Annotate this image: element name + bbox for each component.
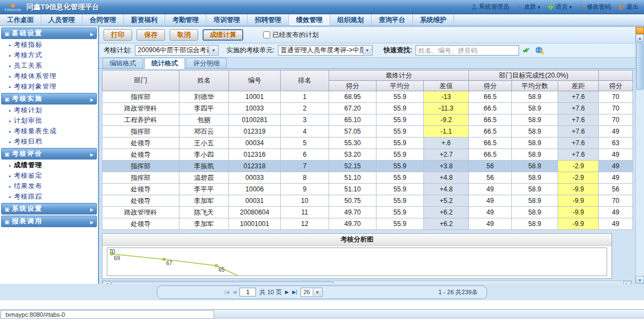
table-row[interactable]: 路政管理科陈飞天200806041149.7055.9+6.24958.9-9.… bbox=[102, 207, 633, 218]
table-row[interactable]: 处领导王小五00034555.3055.9+.666.558.9+7.663 bbox=[102, 138, 633, 149]
cell-avg2: 58.9 bbox=[512, 149, 558, 161]
current-user[interactable]: 系统管理员 bbox=[471, 3, 509, 11]
skin-menu[interactable]: 皮肤 bbox=[517, 3, 541, 11]
confirm-check-icon[interactable]: ✔✔ bbox=[522, 46, 528, 54]
cell-score2: 49 bbox=[469, 195, 512, 207]
cell-rank: 7 bbox=[281, 161, 329, 172]
search-globe-icon[interactable] bbox=[535, 46, 544, 54]
sidebar-item[interactable]: 考核鉴定 bbox=[0, 170, 98, 181]
sidebar-item[interactable]: 考核计划 bbox=[0, 105, 98, 116]
tab-statistics-format[interactable]: 统计格式 bbox=[144, 58, 185, 69]
language-menu[interactable]: 语言 bbox=[548, 3, 572, 11]
page-size-select[interactable]: 26 bbox=[301, 288, 323, 297]
column-header-avg1: 平均分 bbox=[376, 81, 424, 91]
sidebar-section-label: 考核实施 bbox=[12, 94, 42, 103]
vertical-scroll-track[interactable] bbox=[636, 90, 644, 276]
panel-toggle-button[interactable] bbox=[636, 27, 644, 34]
tab-edit-format[interactable]: 编辑格式 bbox=[102, 58, 143, 68]
prev-page-button[interactable] bbox=[233, 289, 237, 295]
bullet-icon bbox=[9, 193, 11, 201]
filter-bar: 考核计划: 200906中层干部综合考评 实施的考核单元: 普通管理人员年度考评… bbox=[99, 43, 644, 58]
nav-tab-0[interactable]: 工作桌面 bbox=[0, 14, 41, 25]
section-box-icon bbox=[4, 150, 9, 158]
table-row[interactable]: 工程养护科包丽0100281365.1055.9-9.266.558.9+7.6… bbox=[102, 114, 633, 126]
cell-name: 李四平 bbox=[179, 103, 229, 114]
language-globe-icon bbox=[548, 4, 554, 10]
nav-tab-4[interactable]: 考勤管理 bbox=[165, 14, 206, 25]
nav-tab-9[interactable]: 查询平台 bbox=[372, 14, 413, 25]
nav-tab-1[interactable]: 人员管理 bbox=[41, 14, 83, 25]
table-row[interactable]: 指挥部温碧霞00033851.1055.9+4.85658.9-2.949 bbox=[102, 172, 633, 184]
next-page-button[interactable] bbox=[285, 289, 289, 295]
cell-code: 10001 bbox=[229, 91, 281, 103]
page-number-input[interactable] bbox=[239, 288, 256, 296]
nav-tab-8[interactable]: 组织规划 bbox=[330, 14, 372, 25]
logout-link[interactable]: 退出 bbox=[619, 3, 638, 11]
sidebar-item[interactable]: 考核量表生成 bbox=[0, 126, 98, 136]
nav-tab-10[interactable]: 系统维护 bbox=[413, 14, 454, 25]
unit-select[interactable]: 普通管理人员年度考评->中层管理人 bbox=[278, 45, 373, 56]
calculate-score-button[interactable]: 成绩计算 bbox=[203, 29, 243, 41]
cell-avg2: 58.9 bbox=[512, 114, 558, 126]
table-row[interactable]: 指挥部刘德华10001168.9555.9-1366.558.9+7.670 bbox=[102, 91, 633, 103]
cancel-button[interactable]: 取消 bbox=[170, 29, 198, 41]
cell-diff1: +4.8 bbox=[424, 184, 469, 195]
nav-tab-3[interactable]: 薪资福利 bbox=[124, 14, 165, 25]
cell-score3: 70 bbox=[599, 195, 633, 207]
vertical-scrollbar[interactable] bbox=[635, 27, 644, 284]
sidebar-item[interactable]: 考核指标 bbox=[0, 40, 98, 50]
sidebar-section-header[interactable]: 报表调用 bbox=[1, 216, 97, 227]
cell-diff1: -13 bbox=[424, 91, 469, 103]
table-row[interactable]: 指挥部邓百云012319457.0555.9-1.166.558.9+7.649 bbox=[102, 126, 633, 138]
nav-tab-2[interactable]: 合同管理 bbox=[83, 14, 124, 25]
sidebar-item[interactable]: 考核体系管理 bbox=[0, 71, 98, 81]
cell-avg2: 58.9 bbox=[512, 207, 558, 218]
nav-tab-6[interactable]: 招聘管理 bbox=[248, 14, 289, 25]
sidebar-section-header[interactable]: 考核评价 bbox=[1, 148, 97, 160]
quick-search-input[interactable] bbox=[416, 45, 519, 56]
section-box-icon bbox=[4, 218, 9, 226]
nav-tab-5[interactable]: 培训管理 bbox=[206, 14, 248, 25]
sidebar-section-header[interactable]: 系统设置 bbox=[1, 203, 97, 215]
tab-score-detail[interactable]: 评分明细 bbox=[186, 58, 227, 68]
save-button[interactable]: 保存 bbox=[137, 29, 165, 41]
sidebar-item[interactable]: 考核跟踪 bbox=[0, 191, 98, 202]
scroll-down-button[interactable] bbox=[636, 276, 644, 284]
table-row[interactable]: 处领导李加军100010011249.7055.9+6.24958.9-9.94… bbox=[102, 218, 633, 230]
table-row[interactable]: 指挥部李振凯012318752.1555.9+3.85658.9-2.949 bbox=[102, 161, 633, 172]
sidebar-item[interactable]: 考核归档 bbox=[0, 136, 98, 147]
last-page-button[interactable] bbox=[292, 289, 297, 295]
table-row[interactable]: 处领导李加军000311050.7555.9+5.24958.9-9.970 bbox=[102, 195, 633, 207]
table-row[interactable]: 路政管理科李四平10033267.2055.9-11.366.558.9+7.6… bbox=[102, 103, 633, 114]
print-button[interactable]: 打印 bbox=[103, 29, 132, 41]
vertical-scroll-thumb[interactable] bbox=[636, 42, 643, 90]
cell-score3: 49 bbox=[599, 126, 633, 138]
app-title: 同鑫T9信息化管理平台 bbox=[26, 2, 99, 12]
change-password-link[interactable]: 修改密码 bbox=[580, 3, 611, 11]
sidebar-item[interactable]: 结果发布 bbox=[0, 181, 98, 191]
cell-score2: 49 bbox=[469, 184, 512, 195]
sidebar-item[interactable]: 考核对象管理 bbox=[0, 81, 98, 92]
published-plan-checkbox[interactable] bbox=[263, 31, 270, 38]
scroll-up-button[interactable] bbox=[636, 34, 644, 42]
table-row[interactable]: 处领导李小四012316653.2055.9+2.766.558.9+7.649 bbox=[102, 149, 633, 161]
sidebar-item-label: 考核归档 bbox=[14, 137, 42, 146]
sidebar-section-header[interactable]: 基础设置 bbox=[1, 28, 97, 39]
cell-code: 012316 bbox=[229, 149, 281, 161]
column-header-code: 编号 bbox=[229, 70, 281, 91]
cell-diff2: -2.9 bbox=[558, 172, 599, 184]
sidebar-item[interactable]: 员工关系 bbox=[0, 61, 98, 71]
table-row[interactable]: 处领导李平平10006951.1055.9+4.84958.9-9.956 bbox=[102, 184, 633, 195]
sidebar-item[interactable]: 成绩管理 bbox=[0, 160, 98, 170]
column-header-dept: 部门 bbox=[102, 70, 179, 91]
plan-select[interactable]: 200906中层干部综合考评 bbox=[135, 45, 219, 56]
sidebar-item[interactable]: 计划审批 bbox=[0, 116, 98, 126]
first-page-button[interactable] bbox=[224, 289, 229, 295]
cell-dept: 处领导 bbox=[102, 138, 179, 149]
sidebar-section-header[interactable]: 考核实施 bbox=[1, 93, 97, 105]
nav-tab-7[interactable]: 绩效管理 bbox=[289, 14, 330, 25]
sidebar-item[interactable]: 考核方式 bbox=[0, 50, 98, 61]
cell-avg1: 55.9 bbox=[376, 114, 424, 126]
cell-score1: 68.95 bbox=[329, 91, 376, 103]
cell-score2: 49 bbox=[469, 207, 512, 218]
